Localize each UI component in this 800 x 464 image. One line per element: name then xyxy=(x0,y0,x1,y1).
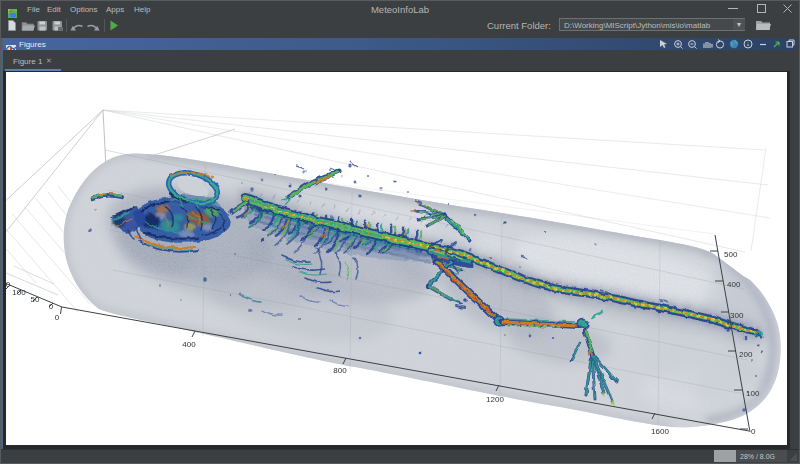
svg-text:500: 500 xyxy=(724,250,738,259)
svg-text:0: 0 xyxy=(6,280,11,289)
svg-text:0: 0 xyxy=(49,302,54,311)
svg-text:200: 200 xyxy=(739,350,753,359)
svg-text:300: 300 xyxy=(730,311,744,320)
svg-text:0: 0 xyxy=(751,427,756,436)
svg-text:800: 800 xyxy=(333,366,347,375)
svg-text:100: 100 xyxy=(12,288,26,297)
svg-text:1200: 1200 xyxy=(486,395,504,404)
svg-text:50: 50 xyxy=(31,295,40,304)
svg-text:400: 400 xyxy=(727,280,741,289)
svg-text:0: 0 xyxy=(55,313,60,322)
svg-text:100: 100 xyxy=(746,389,760,398)
svg-text:400: 400 xyxy=(182,340,196,349)
svg-text:1600: 1600 xyxy=(651,427,669,436)
